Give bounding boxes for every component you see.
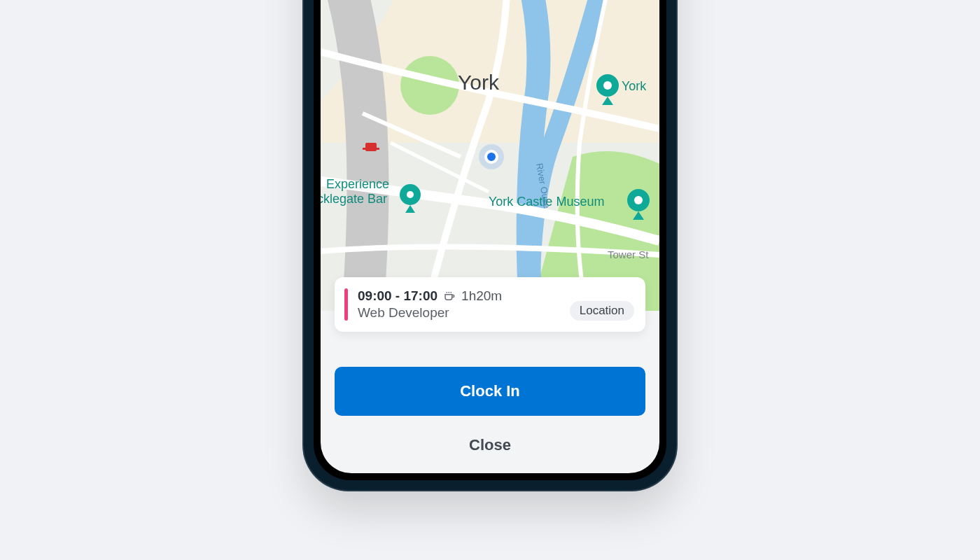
street-label: Tower St [608, 248, 649, 260]
shift-break: 1h20m [461, 288, 502, 304]
shift-role: Web Developer [358, 305, 560, 321]
shift-accent-bar [344, 288, 348, 321]
user-location-dot [484, 150, 498, 164]
close-button[interactable]: Close [335, 423, 645, 468]
location-pill[interactable]: Location [570, 301, 634, 321]
poi-label: cklegate Bar [321, 192, 387, 206]
coffee-icon [443, 290, 456, 302]
svg-rect-10 [365, 143, 377, 151]
map-city-label: York [458, 71, 500, 94]
map-view[interactable]: York York [321, 0, 659, 311]
poi-label: York [622, 79, 647, 93]
shift-time: 09:00 - 17:00 [358, 288, 438, 304]
svg-point-7 [407, 191, 414, 198]
svg-point-5 [603, 81, 612, 90]
poi-label: Experience [326, 177, 389, 191]
app-screen: York York [321, 0, 659, 473]
svg-point-9 [634, 196, 643, 204]
phone-frame: York York [304, 0, 676, 490]
shift-card[interactable]: 09:00 - 17:00 1h20m Web Developer [335, 277, 645, 332]
svg-rect-11 [363, 148, 379, 150]
clock-in-button[interactable]: Clock In [335, 367, 645, 416]
